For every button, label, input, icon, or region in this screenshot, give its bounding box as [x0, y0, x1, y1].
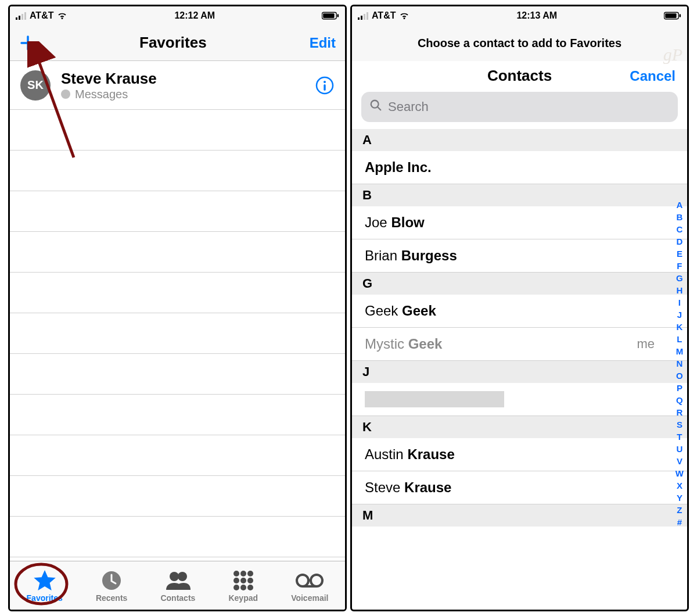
contact-row[interactable]: Austin Krause	[352, 438, 687, 471]
section-header-g: G	[352, 273, 687, 295]
svg-rect-5	[324, 84, 325, 91]
svg-point-19	[311, 575, 322, 586]
index-letter[interactable]: V	[677, 455, 682, 467]
instruction-label: Choose a contact to add to Favorites	[352, 25, 687, 61]
section-header-m: M	[352, 504, 687, 527]
index-letter[interactable]: C	[676, 223, 682, 235]
index-letter[interactable]: B	[676, 211, 682, 223]
svg-point-14	[247, 578, 253, 583]
svg-rect-2	[337, 14, 339, 17]
svg-point-9	[233, 571, 239, 576]
section-index[interactable]: ABCDEFGHIJKLMNOPQRSTUVWXYZ#	[676, 199, 684, 528]
star-icon	[33, 569, 57, 592]
index-letter[interactable]: E	[677, 248, 682, 260]
svg-line-27	[378, 107, 381, 110]
contacts-header: Contacts Cancel	[352, 61, 687, 86]
signal-icon	[358, 12, 368, 20]
carrier-label: AT&T	[30, 10, 53, 21]
tab-contacts[interactable]: Contacts	[160, 569, 195, 603]
svg-point-10	[240, 571, 246, 576]
add-button[interactable]	[19, 34, 37, 52]
index-letter[interactable]: W	[676, 467, 684, 479]
edit-button[interactable]: Edit	[310, 35, 336, 51]
svg-point-15	[233, 585, 239, 590]
phone-contacts-picker: AT&T 12:13 AM Choose a contact to add to…	[350, 5, 689, 611]
contact-row-me[interactable]: Mystic Geekme	[352, 328, 687, 361]
svg-point-18	[297, 575, 308, 586]
favorite-name: Steve Krause	[61, 70, 315, 88]
search-icon	[369, 99, 382, 115]
info-icon[interactable]	[315, 76, 335, 95]
keypad-icon	[233, 569, 254, 592]
section-header-k: K	[352, 416, 687, 438]
contacts-list[interactable]: A Apple Inc. B Joe Blow Brian Burgess G …	[352, 129, 687, 610]
index-letter[interactable]: X	[677, 479, 682, 492]
index-letter[interactable]: P	[677, 382, 682, 394]
index-letter[interactable]: U	[676, 443, 682, 455]
watermark: gP	[663, 45, 682, 65]
tab-bar: Favorites Recents Contacts Keypad Voicem…	[10, 561, 345, 610]
clock-icon	[100, 569, 123, 592]
index-letter[interactable]: R	[676, 406, 682, 418]
index-letter[interactable]: J	[677, 309, 682, 321]
index-letter[interactable]: D	[676, 235, 682, 248]
redacted-name	[365, 391, 504, 407]
contact-row[interactable]: Brian Burgess	[352, 239, 687, 273]
svg-point-11	[247, 571, 253, 576]
section-header-j: J	[352, 361, 687, 383]
nav-bar: Favorites Edit	[10, 25, 345, 61]
favorites-list: SK Steve Krause Messages	[10, 61, 345, 561]
index-letter[interactable]: L	[677, 333, 682, 345]
contact-row-redacted[interactable]	[352, 383, 687, 416]
favorite-row[interactable]: SK Steve Krause Messages	[10, 61, 345, 110]
favorite-subtitle: Messages	[75, 88, 128, 101]
contact-row[interactable]: Steve Krause	[352, 471, 687, 504]
index-letter[interactable]: S	[677, 418, 682, 431]
index-letter[interactable]: H	[676, 284, 682, 296]
index-letter[interactable]: Z	[677, 504, 682, 516]
cancel-button[interactable]: Cancel	[630, 68, 676, 84]
index-letter[interactable]: Y	[677, 492, 682, 504]
battery-icon	[664, 12, 681, 20]
index-letter[interactable]: T	[677, 431, 682, 443]
contact-row[interactable]: Joe Blow	[352, 206, 687, 239]
svg-rect-1	[323, 13, 334, 18]
index-letter[interactable]: M	[676, 345, 684, 357]
svg-point-7	[170, 572, 179, 581]
tab-voicemail[interactable]: Voicemail	[291, 569, 328, 603]
svg-point-16	[240, 585, 246, 590]
page-title: Favorites	[139, 34, 207, 52]
svg-point-13	[240, 578, 246, 583]
search-input[interactable]: Search	[361, 92, 678, 122]
index-letter[interactable]: K	[676, 321, 682, 333]
me-badge: me	[637, 336, 655, 352]
contacts-icon	[165, 569, 191, 592]
contacts-title: Contacts	[487, 67, 552, 85]
tab-recents[interactable]: Recents	[96, 569, 127, 603]
index-letter[interactable]: N	[676, 357, 682, 370]
index-letter[interactable]: A	[676, 199, 682, 211]
index-letter[interactable]: I	[678, 296, 681, 309]
status-bar: AT&T 12:13 AM	[352, 6, 687, 25]
tab-keypad[interactable]: Keypad	[228, 569, 258, 603]
contact-row[interactable]: Geek Geek	[352, 295, 687, 328]
index-letter[interactable]: O	[676, 370, 683, 382]
contact-row[interactable]: Apple Inc.	[352, 151, 687, 184]
voicemail-icon	[296, 569, 324, 592]
avatar: SK	[20, 70, 51, 101]
carrier-label: AT&T	[372, 10, 396, 21]
phone-favorites: AT&T 12:12 AM Favorites Edit SK Steve Kr…	[8, 5, 347, 611]
status-bar: AT&T 12:12 AM	[10, 6, 345, 25]
index-letter[interactable]: F	[677, 260, 682, 272]
index-letter[interactable]: G	[676, 272, 683, 284]
tab-favorites[interactable]: Favorites	[27, 569, 63, 603]
index-letter[interactable]: #	[677, 516, 682, 528]
wifi-icon	[399, 10, 409, 21]
svg-point-17	[247, 585, 253, 590]
clock-label: 12:13 AM	[516, 10, 557, 21]
index-letter[interactable]: Q	[676, 394, 683, 406]
battery-icon	[322, 12, 339, 20]
svg-point-4	[324, 81, 326, 83]
search-placeholder: Search	[388, 99, 429, 114]
svg-point-12	[233, 578, 239, 583]
